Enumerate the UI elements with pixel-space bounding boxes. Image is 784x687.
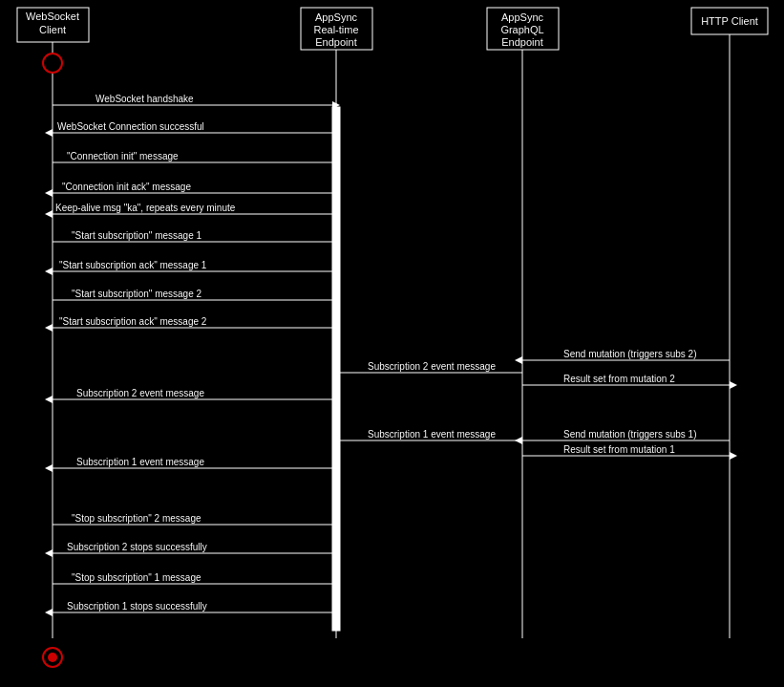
svg-text:Endpoint: Endpoint: [315, 36, 356, 48]
svg-text:WebSocket Connection successfu: WebSocket Connection successful: [57, 121, 204, 132]
svg-rect-18: [332, 107, 340, 631]
svg-marker-41: [45, 268, 53, 275]
svg-marker-74: [332, 521, 340, 528]
svg-text:"Start subscription ack" messa: "Start subscription ack" message 1: [59, 260, 207, 270]
svg-text:Subscription 2 event message: Subscription 2 event message: [76, 388, 204, 398]
svg-rect-11: [691, 8, 768, 34]
svg-marker-29: [332, 159, 340, 166]
svg-rect-3: [301, 8, 372, 50]
svg-marker-53: [332, 369, 340, 376]
svg-text:Real-time: Real-time: [313, 24, 358, 35]
svg-text:Endpoint: Endpoint: [501, 36, 542, 48]
svg-marker-50: [515, 356, 522, 364]
svg-marker-38: [332, 238, 340, 246]
svg-text:GraphQL: GraphQL: [500, 24, 543, 35]
svg-point-20: [43, 648, 62, 667]
svg-marker-44: [332, 296, 340, 304]
svg-text:Subscription 1 stops successfu: Subscription 1 stops successfully: [67, 601, 207, 612]
svg-marker-23: [332, 101, 340, 109]
svg-text:AppSync: AppSync: [315, 11, 358, 23]
svg-rect-0: [17, 8, 89, 42]
svg-rect-7: [487, 8, 559, 50]
svg-text:"Start subscription ack" messa: "Start subscription ack" message 2: [59, 316, 207, 327]
svg-text:Keep-alive msg  "ka", repeats : Keep-alive msg "ka", repeats every minut…: [55, 203, 236, 213]
svg-marker-35: [45, 210, 53, 218]
svg-text:"Stop subscription" 1 message: "Stop subscription" 1 message: [72, 572, 201, 583]
svg-text:Result set from mutation 1: Result set from mutation 1: [563, 444, 675, 455]
svg-marker-80: [332, 580, 340, 588]
svg-text:"Start subscription" message 1: "Start subscription" message 1: [72, 230, 201, 241]
svg-marker-26: [45, 129, 53, 137]
svg-text:Send mutation (triggers subs 2: Send mutation (triggers subs 2): [563, 349, 697, 359]
svg-text:Subscription 1 event message: Subscription 1 event message: [76, 457, 204, 467]
svg-text:Subscription 2 stops successfu: Subscription 2 stops successfully: [67, 542, 207, 552]
svg-marker-77: [45, 549, 53, 557]
svg-marker-59: [45, 396, 53, 403]
svg-text:"Stop subscription" 2 message: "Stop subscription" 2 message: [72, 513, 201, 524]
svg-text:Subscription 1 event message: Subscription 1 event message: [368, 429, 496, 440]
svg-marker-32: [45, 189, 53, 197]
svg-text:"Connection init" message: "Connection init" message: [67, 151, 179, 161]
svg-point-21: [48, 653, 57, 662]
svg-text:"Connection init ack" message: "Connection init ack" message: [62, 182, 191, 192]
svg-text:Result set from mutation 2: Result set from mutation 2: [563, 374, 675, 384]
svg-text:WebSocket handshake: WebSocket handshake: [95, 94, 194, 104]
svg-text:HTTP Client: HTTP Client: [701, 15, 758, 27]
svg-marker-83: [45, 609, 53, 616]
svg-text:Subscription 2 event message: Subscription 2 event message: [368, 361, 496, 372]
svg-marker-71: [45, 464, 53, 472]
svg-marker-47: [45, 324, 53, 332]
svg-marker-68: [730, 452, 737, 460]
svg-point-19: [43, 54, 62, 73]
svg-marker-62: [515, 437, 522, 444]
svg-text:WebSocket: WebSocket: [26, 11, 79, 22]
diagram-svg: WebSocket Client AppSync Real-time Endpo…: [0, 0, 784, 687]
svg-text:Client: Client: [39, 24, 66, 35]
svg-marker-56: [730, 381, 737, 389]
svg-marker-65: [332, 437, 340, 444]
svg-text:Send mutation (triggers subs 1: Send mutation (triggers subs 1): [563, 429, 697, 440]
svg-text:"Start subscription" message 2: "Start subscription" message 2: [72, 289, 201, 299]
svg-text:AppSync: AppSync: [501, 11, 544, 23]
sequence-diagram: WebSocket Client AppSync Real-time Endpo…: [0, 0, 784, 687]
